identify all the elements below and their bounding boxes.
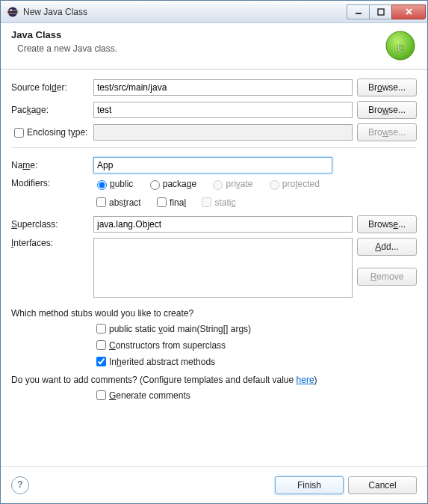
name-input[interactable] <box>93 157 332 173</box>
svg-text:C: C <box>397 43 404 54</box>
finish-button[interactable]: Finish <box>275 476 344 494</box>
banner-subtitle: Create a new Java class. <box>17 43 417 54</box>
source-folder-label: Source folder: <box>11 82 93 93</box>
stub-main-check[interactable]: public static void main(String[] args) <box>93 322 406 336</box>
modifier-static-check: static <box>199 195 235 209</box>
name-label: Name: <box>11 160 93 170</box>
browse-package-button[interactable]: Browse... <box>357 101 417 119</box>
package-input[interactable] <box>93 102 353 118</box>
browse-source-button[interactable]: Browse... <box>357 79 417 96</box>
window-title: New Java Class <box>23 7 347 17</box>
interfaces-list[interactable] <box>93 238 353 298</box>
modifier-private-radio: private <box>209 178 252 190</box>
add-interface-button[interactable]: Add... <box>357 238 417 256</box>
modifier-final-check[interactable]: final <box>154 195 186 209</box>
eclipse-icon <box>7 6 19 18</box>
package-label: Package: <box>11 105 93 115</box>
maximize-button[interactable] <box>369 4 391 19</box>
source-folder-input[interactable] <box>93 79 353 96</box>
enclosing-type-label: Enclosing type: <box>11 126 93 140</box>
svg-point-0 <box>8 7 18 16</box>
modifier-package-radio[interactable]: package <box>146 178 196 190</box>
enclosing-type-input <box>93 124 353 141</box>
modifiers-label: Modifiers: <box>11 178 93 188</box>
cancel-button[interactable]: Cancel <box>348 476 417 494</box>
stubs-question: Which method stubs would you like to cre… <box>11 308 417 319</box>
interfaces-label: Interfaces: <box>11 238 93 248</box>
configure-templates-link[interactable]: here <box>297 375 314 385</box>
modifier-abstract-check[interactable]: abstract <box>93 195 141 209</box>
minimize-button[interactable] <box>347 4 369 19</box>
help-button[interactable]: ? <box>11 476 29 494</box>
footer: ? Finish Cancel <box>1 466 427 503</box>
superclass-input[interactable] <box>93 216 353 233</box>
banner-heading: Java Class <box>11 29 417 40</box>
window-buttons <box>347 4 426 19</box>
svg-rect-4 <box>378 9 384 15</box>
enclosing-type-checkbox[interactable] <box>14 128 24 138</box>
svg-point-2 <box>10 9 12 10</box>
superclass-label: Superclass: <box>11 219 93 230</box>
titlebar[interactable]: New Java Class <box>1 1 427 23</box>
close-button[interactable] <box>391 4 426 19</box>
modifier-public-radio[interactable]: public <box>93 178 133 190</box>
banner: Java Class Create a new Java class. C <box>1 23 427 70</box>
content-area: Source folder: Browse... Package: Browse… <box>1 70 427 466</box>
comments-question: Do you want to add comments? (Configure … <box>11 375 417 385</box>
remove-interface-button: Remove <box>357 268 417 286</box>
generate-comments-check[interactable]: Generate comments <box>93 388 190 402</box>
dialog-window: New Java Class Java Class Create a new J… <box>0 0 428 504</box>
stub-constructors-check[interactable]: Constructors from superclass <box>93 338 406 352</box>
separator <box>11 147 417 148</box>
browse-enclosing-button: Browse... <box>357 123 417 141</box>
modifier-protected-radio: protected <box>266 178 320 190</box>
browse-superclass-button[interactable]: Browse... <box>357 215 417 233</box>
stub-inherited-check[interactable]: Inherited abstract methods <box>93 354 406 369</box>
class-badge-icon: C <box>384 29 417 62</box>
